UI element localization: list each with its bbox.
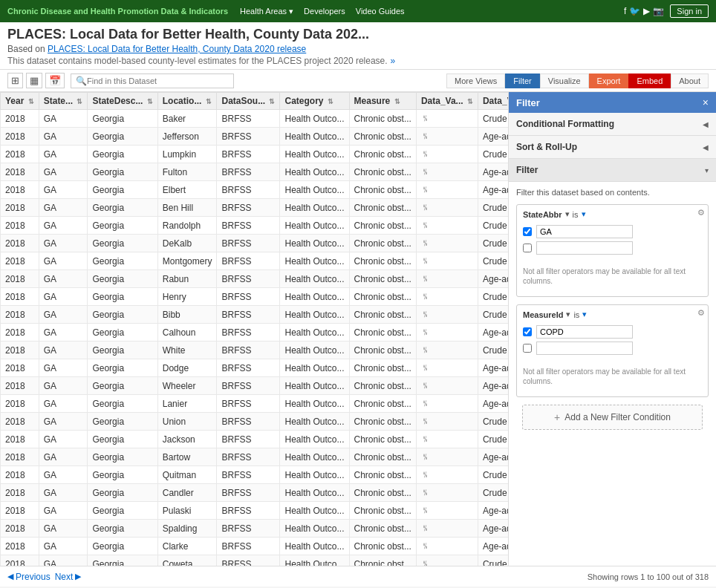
tab-export[interactable]: Export bbox=[589, 74, 629, 88]
search-icon: 🔍 bbox=[76, 76, 87, 86]
table-cell: 2018 bbox=[1, 520, 39, 538]
table-cell: ﹪ bbox=[416, 342, 478, 359]
filter-close-button[interactable]: × bbox=[703, 97, 709, 108]
table-row: 2018GAGeorgiaBartowBRFSSHealth Outco...C… bbox=[1, 448, 509, 466]
source-link[interactable]: PLACES: Local Data for Better Health, Co… bbox=[48, 44, 306, 54]
table-cell: BRFSS bbox=[217, 538, 280, 555]
table-cell: Georgia bbox=[88, 235, 157, 252]
column-header[interactable]: DataSou... ⇅ bbox=[217, 93, 280, 110]
add-filter-condition-button[interactable]: + Add a New Filter Condition bbox=[522, 405, 703, 430]
table-row: 2018GAGeorgiaBen HillBRFSSHealth Outco..… bbox=[1, 199, 509, 217]
table-cell: Crude preval... bbox=[478, 306, 508, 324]
table-cell: GA bbox=[39, 199, 88, 217]
table-cell: GA bbox=[39, 252, 88, 270]
table-cell: Georgia bbox=[88, 163, 157, 181]
next-button[interactable]: Next ▶ bbox=[55, 572, 82, 582]
table-cell: Health Outco... bbox=[280, 395, 349, 413]
tab-embed[interactable]: Embed bbox=[628, 74, 671, 88]
calendar-view-button[interactable]: 📅 bbox=[45, 73, 65, 88]
signin-button[interactable]: Sign in bbox=[670, 4, 709, 18]
table-cell: Georgia bbox=[88, 324, 157, 342]
table-cell: BRFSS bbox=[217, 217, 280, 235]
read-more-link[interactable]: » bbox=[391, 56, 396, 66]
search-box[interactable]: 🔍 bbox=[71, 74, 234, 88]
filter-operator-dropdown-1[interactable]: ▾ bbox=[582, 209, 586, 219]
instagram-icon[interactable]: 📷 bbox=[653, 6, 664, 16]
filter-checkbox-ga[interactable] bbox=[523, 227, 532, 236]
table-cell: BRFSS bbox=[217, 128, 280, 146]
table-cell: Health Outco... bbox=[280, 520, 349, 538]
table-cell: 2018 bbox=[1, 502, 39, 520]
table-cell: Calhoun bbox=[157, 324, 217, 342]
main-area: Year ⇅State... ⇅StateDesc... ⇅Locatio...… bbox=[0, 92, 716, 566]
table-cell: ﹪ bbox=[416, 235, 478, 252]
table-cell: Georgia bbox=[88, 555, 157, 566]
filter-checkbox-copd[interactable] bbox=[523, 327, 532, 336]
table-cell: ﹪ bbox=[416, 520, 478, 538]
column-header[interactable]: StateDesc... ⇅ bbox=[88, 93, 157, 110]
tab-visualize[interactable]: Visualize bbox=[540, 74, 589, 88]
filter-scrollbar-1 bbox=[517, 290, 708, 296]
search-input[interactable] bbox=[87, 76, 229, 85]
table-row: 2018GAGeorgiaMontgomeryBRFSSHealth Outco… bbox=[1, 252, 509, 270]
twitter-icon[interactable]: 🐦 bbox=[629, 6, 640, 16]
filter-operator-dropdown-2[interactable]: ▾ bbox=[582, 310, 587, 319]
previous-button[interactable]: ◀ Previous bbox=[7, 572, 51, 582]
table-cell: BRFSS bbox=[217, 431, 280, 448]
nav-developers[interactable]: Developers bbox=[304, 7, 345, 16]
table-row: 2018GAGeorgiaRabunBRFSSHealth Outco...Ch… bbox=[1, 270, 509, 288]
tab-more-views[interactable]: More Views bbox=[446, 74, 505, 88]
table-cell: Baker bbox=[157, 110, 217, 128]
filter-section-header[interactable]: Filter ▾ bbox=[509, 159, 716, 181]
table-row: 2018GAGeorgiaSpaldingBRFSSHealth Outco..… bbox=[1, 520, 509, 538]
table-cell: GA bbox=[39, 377, 88, 395]
table-cell: 2018 bbox=[1, 199, 39, 217]
table-cell: 2018 bbox=[1, 252, 39, 270]
filter-checkbox-empty-1[interactable] bbox=[523, 244, 532, 252]
next-arrow-icon: ▶ bbox=[75, 572, 81, 581]
column-header[interactable]: Data_Va... ⇅ bbox=[478, 93, 508, 110]
column-header[interactable]: Measure ⇅ bbox=[349, 93, 416, 110]
column-header[interactable]: Data_Va... ⇅ bbox=[416, 93, 478, 110]
table-cell: Wheeler bbox=[157, 377, 217, 395]
youtube-icon[interactable]: ▶ bbox=[643, 6, 650, 16]
tab-about[interactable]: About bbox=[671, 74, 709, 88]
column-header[interactable]: Category ⇅ bbox=[280, 93, 349, 110]
table-cell: Pulaski bbox=[157, 502, 217, 520]
column-header[interactable]: Locatio... ⇅ bbox=[157, 93, 217, 110]
table-cell: BRFSS bbox=[217, 235, 280, 252]
table-cell: Chronic obst... bbox=[349, 520, 416, 538]
nav-health-areas[interactable]: Health Areas ▾ bbox=[240, 7, 293, 16]
data-table-container[interactable]: Year ⇅State... ⇅StateDesc... ⇅Locatio...… bbox=[0, 92, 508, 566]
filter-value-input-copd[interactable] bbox=[536, 325, 633, 339]
column-header[interactable]: Year ⇅ bbox=[1, 93, 39, 110]
filter-checkbox-empty-2[interactable] bbox=[523, 344, 532, 353]
filter-value-input-empty-1[interactable] bbox=[536, 241, 633, 255]
sort-rollup-header[interactable]: Sort & Roll-Up ◀ bbox=[509, 136, 716, 158]
condition-gear-icon-2[interactable]: ⚙ bbox=[697, 308, 705, 318]
table-cell: ﹪ bbox=[416, 448, 478, 466]
sort-icon: ⇅ bbox=[467, 98, 473, 105]
toolbar-view-icons: ⊞ ▦ 📅 bbox=[7, 73, 65, 88]
grid-view-button[interactable]: ⊞ bbox=[7, 73, 23, 88]
condition-gear-icon[interactable]: ⚙ bbox=[697, 208, 705, 218]
table-cell: 2018 bbox=[1, 359, 39, 377]
table-cell: ﹪ bbox=[416, 431, 478, 448]
filter-value-input-empty-2[interactable] bbox=[536, 342, 633, 355]
table-cell: 2018 bbox=[1, 538, 39, 555]
table-cell: Crude preval... bbox=[478, 466, 508, 484]
table-cell: BRFSS bbox=[217, 199, 280, 217]
filter-value-input-ga[interactable] bbox=[536, 225, 633, 238]
table-view-button[interactable]: ▦ bbox=[26, 73, 42, 88]
table-row: 2018GAGeorgiaCowetaBRFSSHealth Outco...C… bbox=[1, 555, 509, 566]
table-cell: Georgia bbox=[88, 377, 157, 395]
nav-video-guides[interactable]: Video Guides bbox=[356, 7, 405, 16]
table-cell: Health Outco... bbox=[280, 413, 349, 431]
conditional-formatting-header[interactable]: Conditional Formatting ◀ bbox=[509, 113, 716, 135]
tab-filter[interactable]: Filter bbox=[505, 74, 539, 88]
column-header[interactable]: State... ⇅ bbox=[39, 93, 88, 110]
table-cell: Chronic obst... bbox=[349, 199, 416, 217]
table-cell: GA bbox=[39, 146, 88, 163]
facebook-icon[interactable]: f bbox=[624, 6, 626, 16]
table-cell: BRFSS bbox=[217, 270, 280, 288]
